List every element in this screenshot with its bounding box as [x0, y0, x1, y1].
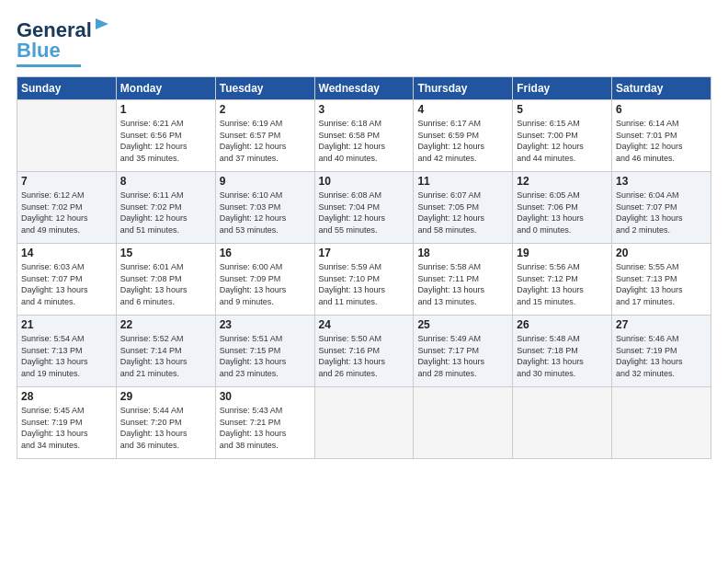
calendar-cell: 19Sunrise: 5:56 AM Sunset: 7:12 PM Dayli…: [513, 244, 612, 316]
day-number: 5: [517, 103, 608, 116]
col-header-saturday: Saturday: [612, 77, 711, 100]
day-number: 8: [120, 175, 211, 188]
calendar-cell: [612, 387, 711, 459]
logo: General Blue: [17, 17, 110, 67]
cell-sun-info: Sunrise: 6:00 AM Sunset: 7:09 PM Dayligh…: [220, 261, 311, 307]
calendar-cell: 2Sunrise: 6:19 AM Sunset: 6:57 PM Daylig…: [215, 100, 314, 172]
calendar-cell: 26Sunrise: 5:48 AM Sunset: 7:18 PM Dayli…: [513, 316, 612, 387]
cell-sun-info: Sunrise: 5:45 AM Sunset: 7:19 PM Dayligh…: [21, 405, 112, 451]
calendar-cell: 11Sunrise: 6:07 AM Sunset: 7:05 PM Dayli…: [414, 172, 513, 244]
day-number: 15: [120, 247, 211, 259]
calendar-cell: 25Sunrise: 5:49 AM Sunset: 7:17 PM Dayli…: [414, 316, 513, 387]
cell-sun-info: Sunrise: 6:11 AM Sunset: 7:02 PM Dayligh…: [120, 190, 211, 236]
calendar-cell: 6Sunrise: 6:14 AM Sunset: 7:01 PM Daylig…: [612, 100, 711, 172]
day-number: 22: [120, 318, 211, 331]
cell-sun-info: Sunrise: 5:49 AM Sunset: 7:17 PM Dayligh…: [417, 333, 508, 379]
calendar-cell: 13Sunrise: 6:04 AM Sunset: 7:07 PM Dayli…: [612, 172, 711, 244]
calendar-cell: [17, 100, 117, 172]
calendar-cell: 16Sunrise: 6:00 AM Sunset: 7:09 PM Dayli…: [215, 244, 314, 316]
header: General Blue: [17, 17, 711, 67]
calendar-week-row: 28Sunrise: 5:45 AM Sunset: 7:19 PM Dayli…: [17, 387, 711, 459]
cell-sun-info: Sunrise: 6:07 AM Sunset: 7:05 PM Dayligh…: [417, 190, 508, 236]
calendar-cell: 15Sunrise: 6:01 AM Sunset: 7:08 PM Dayli…: [116, 244, 215, 316]
day-number: 1: [120, 103, 211, 116]
calendar-cell: [314, 387, 414, 459]
cell-sun-info: Sunrise: 5:48 AM Sunset: 7:18 PM Dayligh…: [517, 333, 608, 379]
day-number: 7: [21, 175, 112, 188]
calendar-cell: [414, 387, 513, 459]
day-number: 25: [417, 318, 508, 331]
calendar-cell: 3Sunrise: 6:18 AM Sunset: 6:58 PM Daylig…: [314, 100, 414, 172]
calendar-cell: 28Sunrise: 5:45 AM Sunset: 7:19 PM Dayli…: [17, 387, 117, 459]
calendar-cell: 20Sunrise: 5:55 AM Sunset: 7:13 PM Dayli…: [612, 244, 711, 316]
day-number: 6: [616, 103, 707, 116]
day-number: 11: [417, 175, 508, 188]
day-number: 12: [517, 175, 608, 188]
day-number: 29: [120, 390, 211, 403]
col-header-sunday: Sunday: [17, 77, 117, 100]
calendar-cell: 7Sunrise: 6:12 AM Sunset: 7:02 PM Daylig…: [17, 172, 117, 244]
calendar-cell: 30Sunrise: 5:43 AM Sunset: 7:21 PM Dayli…: [215, 387, 314, 459]
calendar-cell: 18Sunrise: 5:58 AM Sunset: 7:11 PM Dayli…: [414, 244, 513, 316]
cell-sun-info: Sunrise: 5:59 AM Sunset: 7:10 PM Dayligh…: [319, 261, 410, 307]
calendar-week-row: 21Sunrise: 5:54 AM Sunset: 7:13 PM Dayli…: [17, 316, 711, 387]
calendar-week-row: 7Sunrise: 6:12 AM Sunset: 7:02 PM Daylig…: [17, 172, 711, 244]
calendar-cell: 21Sunrise: 5:54 AM Sunset: 7:13 PM Dayli…: [17, 316, 117, 387]
cell-sun-info: Sunrise: 5:50 AM Sunset: 7:16 PM Dayligh…: [319, 333, 410, 379]
day-number: 9: [220, 175, 311, 188]
svg-marker-0: [96, 18, 108, 29]
calendar-cell: 17Sunrise: 5:59 AM Sunset: 7:10 PM Dayli…: [314, 244, 414, 316]
logo-underline: [17, 64, 81, 67]
day-number: 27: [616, 318, 707, 331]
calendar-cell: 14Sunrise: 6:03 AM Sunset: 7:07 PM Dayli…: [17, 244, 117, 316]
cell-sun-info: Sunrise: 5:54 AM Sunset: 7:13 PM Dayligh…: [21, 333, 112, 379]
calendar-cell: 23Sunrise: 5:51 AM Sunset: 7:15 PM Dayli…: [215, 316, 314, 387]
day-number: 4: [417, 103, 508, 116]
cell-sun-info: Sunrise: 6:15 AM Sunset: 7:00 PM Dayligh…: [517, 118, 608, 164]
day-number: 3: [319, 103, 410, 116]
calendar-cell: 8Sunrise: 6:11 AM Sunset: 7:02 PM Daylig…: [116, 172, 215, 244]
cell-sun-info: Sunrise: 5:43 AM Sunset: 7:21 PM Dayligh…: [220, 405, 311, 451]
calendar-header-row: SundayMondayTuesdayWednesdayThursdayFrid…: [17, 77, 711, 100]
calendar-cell: 29Sunrise: 5:44 AM Sunset: 7:20 PM Dayli…: [116, 387, 215, 459]
calendar-week-row: 1Sunrise: 6:21 AM Sunset: 6:56 PM Daylig…: [17, 100, 711, 172]
col-header-wednesday: Wednesday: [314, 77, 414, 100]
cell-sun-info: Sunrise: 5:52 AM Sunset: 7:14 PM Dayligh…: [120, 333, 211, 379]
cell-sun-info: Sunrise: 6:19 AM Sunset: 6:57 PM Dayligh…: [220, 118, 311, 164]
col-header-tuesday: Tuesday: [215, 77, 314, 100]
day-number: 24: [319, 318, 410, 331]
col-header-thursday: Thursday: [414, 77, 513, 100]
day-number: 21: [21, 318, 112, 331]
day-number: 17: [319, 247, 410, 259]
calendar-cell: 24Sunrise: 5:50 AM Sunset: 7:16 PM Dayli…: [314, 316, 414, 387]
logo-flag-icon: [94, 17, 110, 37]
day-number: 16: [220, 247, 311, 259]
cell-sun-info: Sunrise: 5:44 AM Sunset: 7:20 PM Dayligh…: [120, 405, 211, 451]
cell-sun-info: Sunrise: 5:46 AM Sunset: 7:19 PM Dayligh…: [616, 333, 707, 379]
day-number: 13: [616, 175, 707, 188]
cell-sun-info: Sunrise: 6:12 AM Sunset: 7:02 PM Dayligh…: [21, 190, 112, 236]
cell-sun-info: Sunrise: 6:17 AM Sunset: 6:59 PM Dayligh…: [417, 118, 508, 164]
cell-sun-info: Sunrise: 6:10 AM Sunset: 7:03 PM Dayligh…: [220, 190, 311, 236]
calendar-body: 1Sunrise: 6:21 AM Sunset: 6:56 PM Daylig…: [17, 100, 711, 459]
calendar-cell: [513, 387, 612, 459]
cell-sun-info: Sunrise: 6:14 AM Sunset: 7:01 PM Dayligh…: [616, 118, 707, 164]
cell-sun-info: Sunrise: 6:05 AM Sunset: 7:06 PM Dayligh…: [517, 190, 608, 236]
day-number: 2: [220, 103, 311, 116]
logo-blue: Blue: [17, 39, 61, 63]
cell-sun-info: Sunrise: 5:58 AM Sunset: 7:11 PM Dayligh…: [417, 261, 508, 307]
calendar-cell: 4Sunrise: 6:17 AM Sunset: 6:59 PM Daylig…: [414, 100, 513, 172]
day-number: 26: [517, 318, 608, 331]
calendar-cell: 27Sunrise: 5:46 AM Sunset: 7:19 PM Dayli…: [612, 316, 711, 387]
cell-sun-info: Sunrise: 6:21 AM Sunset: 6:56 PM Dayligh…: [120, 118, 211, 164]
cell-sun-info: Sunrise: 5:56 AM Sunset: 7:12 PM Dayligh…: [517, 261, 608, 307]
day-number: 28: [21, 390, 112, 403]
calendar-week-row: 14Sunrise: 6:03 AM Sunset: 7:07 PM Dayli…: [17, 244, 711, 316]
cell-sun-info: Sunrise: 6:01 AM Sunset: 7:08 PM Dayligh…: [120, 261, 211, 307]
calendar-cell: 5Sunrise: 6:15 AM Sunset: 7:00 PM Daylig…: [513, 100, 612, 172]
cell-sun-info: Sunrise: 5:55 AM Sunset: 7:13 PM Dayligh…: [616, 261, 707, 307]
day-number: 23: [220, 318, 311, 331]
day-number: 14: [21, 247, 112, 259]
cell-sun-info: Sunrise: 6:04 AM Sunset: 7:07 PM Dayligh…: [616, 190, 707, 236]
day-number: 30: [220, 390, 311, 403]
